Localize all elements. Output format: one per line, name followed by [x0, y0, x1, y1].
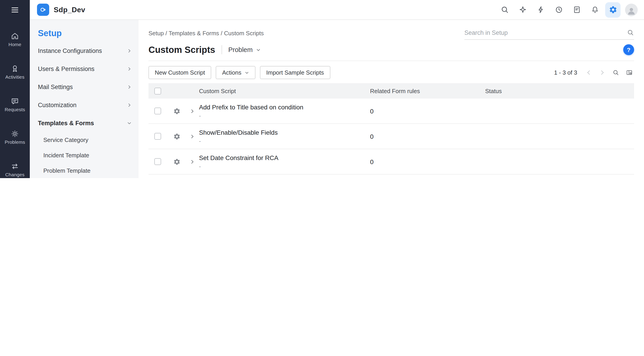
chevron-right-icon: [599, 69, 606, 76]
sidebar-item-activities[interactable]: Activities: [0, 52, 30, 85]
setup-sidebar: Setup Instance Configurations Users & Pe…: [30, 20, 138, 178]
pagination-prev-button[interactable]: [584, 68, 594, 78]
nav-label: Activities: [6, 74, 24, 80]
sidebar-subitem-service-category[interactable]: Service Category: [30, 132, 138, 147]
history-icon: [554, 6, 563, 14]
sidebar-item-mail-settings[interactable]: Mail Settings: [30, 78, 138, 96]
sidebar-subitem-label: Problem Template: [43, 167, 90, 174]
column-chooser-button[interactable]: [624, 68, 634, 78]
sidebar-subitem-label: Service Category: [43, 136, 88, 143]
table-header-row: Custom Script Related Form rules Status: [148, 83, 634, 99]
row-settings-button[interactable]: [168, 107, 186, 115]
gear-icon: [608, 6, 617, 14]
actions-button-label: Actions: [222, 69, 242, 76]
chevron-left-icon: [585, 69, 592, 76]
whats-new-icon: [518, 6, 527, 14]
script-name[interactable]: Set Date Constraint for RCA: [199, 154, 370, 161]
bell-icon: [590, 6, 599, 14]
user-avatar[interactable]: [625, 4, 638, 16]
module-dropdown[interactable]: Problem: [228, 46, 261, 53]
sidebar-item-customization[interactable]: Customization: [30, 96, 138, 114]
topbar-actions: [497, 2, 638, 18]
sidebar-item-label: Instance Configurations: [38, 47, 102, 54]
sidebar-item-label: Mail Settings: [38, 83, 73, 90]
hamburger-icon: [10, 6, 20, 15]
pagination-text: 1 - 3 of 3: [554, 69, 577, 76]
app-logo-icon: [39, 6, 47, 14]
actions-button[interactable]: Actions: [216, 66, 256, 79]
related-form-rules-count: 0: [370, 133, 485, 140]
main-content: Setup / Templates & Forms / Custom Scrip…: [138, 20, 644, 178]
column-header-related-form-rules[interactable]: Related Form rules: [370, 87, 485, 94]
script-name[interactable]: Add Prefix to Title based on condition: [199, 103, 370, 110]
chevron-down-icon: [256, 47, 261, 52]
sidebar-subitem-problem-template[interactable]: Problem Template: [30, 163, 138, 178]
feedback-button[interactable]: [569, 2, 584, 18]
activities-icon: [10, 64, 20, 73]
sidebar-item-templates-forms[interactable]: Templates & Forms: [30, 114, 138, 132]
setup-search-input[interactable]: [464, 29, 627, 36]
global-search-button[interactable]: [497, 2, 512, 18]
chevron-right-icon: [190, 159, 195, 164]
breadcrumb[interactable]: Setup / Templates & Forms / Custom Scrip…: [148, 29, 264, 37]
sidebar-item-instance-configurations[interactable]: Instance Configurations: [30, 42, 138, 60]
row-expander[interactable]: [186, 159, 199, 164]
table-row: Add Prefix to Title based on condition -…: [148, 99, 634, 124]
zap-icon: [536, 6, 545, 14]
settings-button[interactable]: [605, 2, 620, 18]
row-expander[interactable]: [186, 108, 199, 114]
chevron-down-icon: [244, 70, 249, 75]
quick-actions-button[interactable]: [533, 2, 548, 18]
toggle-knob: [478, 163, 484, 169]
setup-title: Setup: [30, 20, 138, 42]
module-dropdown-value: Problem: [228, 46, 253, 53]
table-row: Show/Enable/Disable Fields - 0: [148, 124, 634, 149]
row-checkbox[interactable]: [154, 133, 161, 140]
row-checkbox[interactable]: [154, 108, 161, 114]
notifications-button[interactable]: [587, 2, 602, 18]
new-custom-script-button[interactable]: New Custom Script: [148, 66, 212, 79]
related-form-rules-count: 0: [370, 107, 485, 115]
row-checkbox[interactable]: [154, 158, 161, 165]
nav-label: Problems: [5, 139, 25, 145]
gear-icon: [173, 133, 180, 140]
row-expander[interactable]: [186, 134, 199, 139]
gear-icon: [173, 158, 180, 165]
app-title: Sdp_Dev: [54, 6, 85, 14]
chevron-right-icon: [127, 102, 132, 107]
related-form-rules-count: 0: [370, 158, 485, 165]
column-header-custom-script[interactable]: Custom Script: [199, 87, 370, 94]
table-row: Set Date Constraint for RCA - 0: [148, 149, 634, 174]
nav-label: Requests: [5, 107, 25, 112]
select-all-checkbox[interactable]: [154, 87, 161, 94]
history-button[interactable]: [551, 2, 566, 18]
pagination-next-button[interactable]: [597, 68, 607, 78]
whats-new-button[interactable]: [515, 2, 530, 18]
sidebar-item-problems[interactable]: Problems: [0, 117, 30, 150]
sidebar-item-label: Templates & Forms: [38, 120, 94, 126]
sidebar-item-users-permissions[interactable]: Users & Permissions: [30, 60, 138, 78]
hamburger-menu-button[interactable]: [0, 0, 30, 20]
sidebar-item-changes[interactable]: Changes: [0, 150, 30, 178]
help-button[interactable]: ?: [623, 44, 634, 55]
setup-search: [464, 29, 634, 40]
row-settings-button[interactable]: [168, 158, 186, 165]
search-icon[interactable]: [627, 29, 634, 36]
chevron-right-icon: [127, 48, 132, 53]
row-settings-button[interactable]: [168, 133, 186, 140]
sidebar-item-requests[interactable]: Requests: [0, 85, 30, 117]
import-sample-scripts-button[interactable]: Import Sample Scripts: [260, 66, 330, 79]
feedback-form-icon: [572, 6, 581, 14]
sidebar-subitem-incident-template[interactable]: Incident Template: [30, 147, 138, 163]
script-name[interactable]: Show/Enable/Disable Fields: [199, 129, 370, 136]
brand[interactable]: Sdp_Dev: [37, 4, 85, 16]
column-chooser-icon: [626, 69, 632, 76]
nav-label: Changes: [5, 172, 24, 177]
list-search-button[interactable]: [610, 68, 620, 78]
sidebar-item-home[interactable]: Home: [0, 20, 30, 52]
sidebar-item-label: Customization: [38, 101, 76, 108]
search-icon: [612, 69, 619, 76]
column-header-status[interactable]: Status: [485, 87, 634, 94]
script-description: -: [199, 112, 370, 119]
chevron-right-icon: [190, 108, 195, 114]
